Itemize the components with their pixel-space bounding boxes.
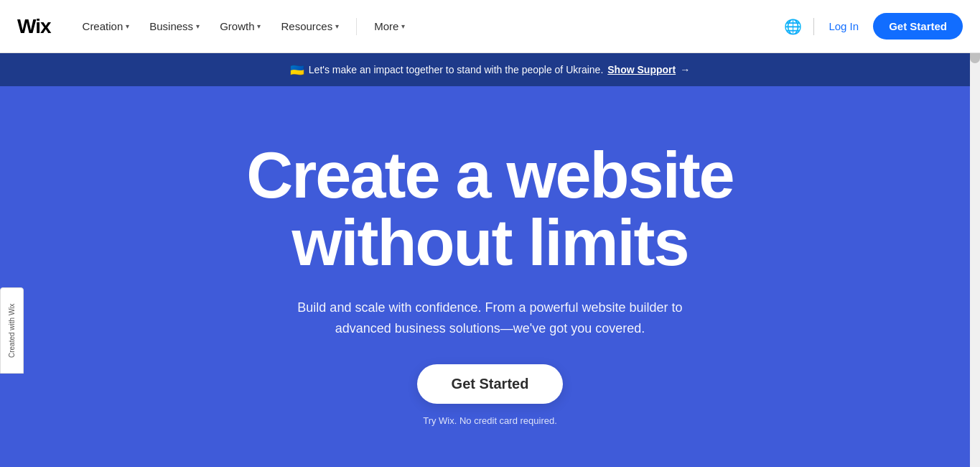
nav-label-resources: Resources — [281, 20, 332, 32]
nav-item-business[interactable]: Business ▾ — [141, 14, 208, 38]
navbar-right: 🌐 Log In Get Started — [784, 13, 963, 40]
hero-title-line1: Create a website — [246, 139, 733, 211]
hero-title: Create a website without limits — [246, 142, 733, 277]
chevron-down-icon: ▾ — [335, 22, 339, 30]
chevron-down-icon: ▾ — [401, 22, 405, 30]
nav-label-growth: Growth — [220, 20, 254, 32]
nav-label-business: Business — [149, 20, 193, 32]
nav-item-more[interactable]: More ▾ — [365, 14, 414, 38]
scrollbar[interactable] — [970, 0, 980, 467]
nav-separator — [356, 18, 357, 35]
navbar: Wix Creation ▾ Business ▾ Growth ▾ Resou… — [0, 0, 980, 53]
hero-subtitle: Build and scale with confidence. From a … — [289, 297, 691, 339]
hero-section: Create a website without limits Build an… — [0, 86, 980, 467]
ukraine-flag-icon: 🇺🇦 — [290, 63, 304, 77]
chevron-down-icon: ▾ — [257, 22, 261, 30]
banner-text: Let's make an impact together to stand w… — [309, 64, 603, 75]
get-started-button-nav[interactable]: Get Started — [873, 13, 963, 40]
chevron-down-icon: ▾ — [126, 22, 129, 30]
nav-item-growth[interactable]: Growth ▾ — [211, 14, 269, 38]
show-support-link[interactable]: Show Support — [607, 64, 676, 75]
hero-get-started-button[interactable]: Get Started — [417, 364, 564, 404]
arrow-icon: → — [680, 64, 690, 75]
nav-item-resources[interactable]: Resources ▾ — [272, 14, 347, 38]
globe-icon[interactable]: 🌐 — [784, 18, 802, 35]
ukraine-banner: 🇺🇦 Let's make an impact together to stan… — [0, 53, 980, 86]
hero-title-line2: without limits — [292, 207, 689, 279]
created-with-wix-label: Created with Wix — [0, 287, 24, 374]
nav-right-separator — [813, 18, 814, 35]
nav-item-creation[interactable]: Creation ▾ — [74, 14, 139, 38]
login-button[interactable]: Log In — [826, 14, 862, 38]
wix-logo[interactable]: Wix — [17, 15, 51, 38]
nav-label-creation: Creation — [83, 20, 123, 32]
nav-menu: Creation ▾ Business ▾ Growth ▾ Resources… — [74, 14, 785, 38]
chevron-down-icon: ▾ — [196, 22, 200, 30]
hero-note: Try Wix. No credit card required. — [423, 415, 557, 426]
nav-label-more: More — [374, 20, 398, 32]
